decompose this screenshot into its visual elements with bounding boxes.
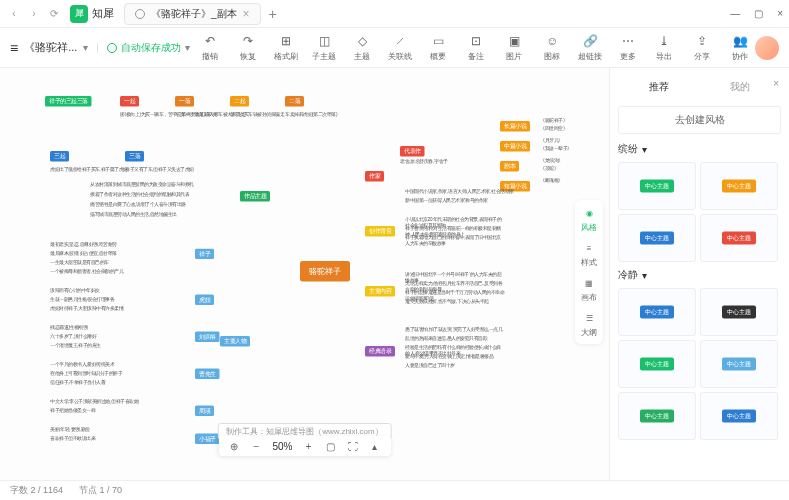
tool-概要[interactable]: ▭概要 <box>423 33 453 62</box>
mindmap-text[interactable]: 一个平凡的教书人,爱好传统美术 <box>50 361 114 368</box>
style-thumb[interactable]: 中心主题 <box>700 392 778 440</box>
mindmap-text[interactable]: 《骆驼祥子》 <box>540 117 567 124</box>
close-icon[interactable]: × <box>773 78 779 89</box>
tool-子主题[interactable]: ◫子主题 <box>309 33 339 62</box>
tool-分享[interactable]: ⇪分享 <box>687 33 717 62</box>
maximize-icon[interactable]: ▢ <box>754 8 763 19</box>
mindmap-text[interactable]: 一个混世魔王,祥子的雇主 <box>50 342 101 349</box>
mindmap-node[interactable]: 剧本 <box>500 161 519 172</box>
style-thumb[interactable]: 中心主题 <box>618 162 696 210</box>
reload-icon[interactable]: ⟳ <box>46 6 62 22</box>
close-window-icon[interactable]: × <box>777 8 783 19</box>
tool-超链接[interactable]: 🔗超链接 <box>575 33 605 62</box>
mindmap-node[interactable]: 长篇小说 <box>500 121 530 132</box>
mindmap-text[interactable]: 喜欢祥子但不敢说出来 <box>50 435 95 442</box>
collapse-icon[interactable]: ▢ <box>325 440 337 452</box>
mindmap-text[interactable]: 乱世的热闹来自迷信,愚人的安慰只有自欺 <box>405 335 505 341</box>
mindmap-text[interactable]: 美丽,年轻,要强,勤俭 <box>50 426 90 433</box>
mindmap-node[interactable]: 作家 <box>365 171 384 182</box>
top-header[interactable]: 祥子的三起三落 <box>45 96 92 107</box>
mindmap-node[interactable]: 一落 <box>175 96 194 107</box>
mindmap-text[interactable]: 六十多岁了,没什么嗜好 <box>50 333 96 340</box>
mindmap-text[interactable]: 新中国第一位获得'人民艺术家'称号的作家 <box>405 198 488 205</box>
tool-更多[interactable]: ⋯更多 <box>613 33 643 62</box>
locate-icon[interactable]: ⊕ <box>228 440 240 452</box>
mindmap-node[interactable]: 三起 <box>50 151 69 162</box>
document-tab[interactable]: 《骆驼祥子》_副本 × <box>124 3 261 25</box>
mindmap-node[interactable]: 三落 <box>125 151 144 162</box>
mindmap-text[interactable]: 《我这一辈子》 <box>540 145 572 152</box>
tool-协作[interactable]: 👥协作 <box>725 33 755 62</box>
tool-图片[interactable]: ▣图片 <box>499 33 529 62</box>
mindmap-text[interactable]: 人要是没自己过了四十岁 <box>405 362 505 368</box>
mindmap-node[interactable]: 创作背景 <box>365 226 395 237</box>
mindmap-node[interactable]: 中篇小说 <box>500 141 530 152</box>
mindmap-text[interactable]: 从农村流落到城市底层贫民的为改变命运奋斗和挣扎 <box>90 181 194 188</box>
mindmap-text[interactable]: 《四世同堂》 <box>540 125 567 132</box>
tool-撤销[interactable]: ↶撤销 <box>195 33 225 62</box>
mindmap-text[interactable]: 老舍,原名舒庆春,字舍予 <box>400 159 448 166</box>
chevron-up-icon[interactable]: ▴ <box>369 440 381 452</box>
mindmap-text[interactable]: 残忍霸道,性格刚强 <box>50 324 87 331</box>
tool-导出[interactable]: ⤓导出 <box>649 33 679 62</box>
tool-关联线[interactable]: ⟋关联线 <box>385 33 415 62</box>
style-thumb[interactable]: 中心主题 <box>700 340 778 388</box>
tab-mine[interactable]: 我的 <box>722 76 758 98</box>
chevron-down-icon[interactable]: ▾ <box>83 42 88 53</box>
mindmap-text[interactable]: 痛苦牺牲是白费了心血,说明了个人奋斗没有出路 <box>90 201 186 208</box>
mindmap-node[interactable]: 作品主题 <box>240 191 270 202</box>
mindmap-node[interactable]: 代表作 <box>400 146 425 157</box>
mindmap-text[interactable]: 接着了作者对这种生活的社会批判的笔触和其代表 <box>90 191 189 198</box>
mindmap-text[interactable]: 最后麻木,狡猾,好占便宜,自甘堕落 <box>50 250 117 257</box>
tool-主题[interactable]: ◇主题 <box>347 33 377 62</box>
mindmap-text[interactable]: 中文大学,李公子没献美丽过她,但祥子喜欢她 <box>50 398 138 405</box>
mindmap-node[interactable]: 一起 <box>120 96 139 107</box>
mindmap-text[interactable]: 《断魂枪》 <box>540 177 563 184</box>
style-thumb[interactable]: 中心主题 <box>618 340 696 388</box>
mindmap-text[interactable]: 《月牙儿》 <box>540 137 563 144</box>
mindmap-text[interactable]: 爱与不爱,穷人得在金钱上决定,情都是奢侈品 <box>405 353 505 359</box>
mindmap-text[interactable]: 祥子执着地为自己的目标奋斗,表现了旧中国北京人力车夫的辛酸故事 <box>405 234 505 247</box>
mindmap-node[interactable]: 小福子 <box>195 434 220 445</box>
mindmap-text[interactable]: 信任祥子,不拿祥子当仆人看 <box>50 379 105 386</box>
mindmap-text[interactable]: 在他身上可看到当时知识分子的影子 <box>50 370 122 377</box>
style-thumb[interactable]: 中心主题 <box>618 214 696 262</box>
mindmap-text[interactable]: 愚了就害怕,怕了就去哭,哭完了人好受那么一点几 <box>405 326 505 332</box>
mindmap-node[interactable]: 主要内容 <box>365 286 395 297</box>
mindmap-node[interactable]: 周瑛 <box>195 406 214 417</box>
mindmap-node[interactable]: 主要人物 <box>220 336 250 347</box>
style-thumb[interactable]: 中心主题 <box>618 392 696 440</box>
center-node[interactable]: 骆驼祥子 <box>300 261 350 282</box>
add-tab-button[interactable]: + <box>269 6 277 22</box>
mindmap-node[interactable]: 二落 <box>285 96 304 107</box>
fullscreen-icon[interactable]: ⛶ <box>347 440 359 452</box>
menu-icon[interactable]: ≡ <box>10 40 18 56</box>
tool-恢复[interactable]: ↷恢复 <box>233 33 263 62</box>
mindmap-text[interactable]: 祥子把她当做圣女一样 <box>50 407 95 414</box>
zoom-out-button[interactable]: − <box>250 440 262 452</box>
back-arrow[interactable]: ‹ <box>6 6 22 22</box>
mindmap-text[interactable]: 中国现代小说家,作家,语言大师,人民艺术家,社会活动家 <box>405 189 514 196</box>
mindmap-node[interactable]: 虎妞 <box>195 295 214 306</box>
tool-图标[interactable]: ☺图标 <box>537 33 567 62</box>
mindmap-text[interactable]: 泼辣而有心计的中年妇女 <box>50 287 100 294</box>
doc-title[interactable]: 《骆驼祥... <box>24 40 77 55</box>
mindmap-text[interactable]: 遭受失败或挫折,也不气馁,下决心从头干起 <box>405 298 505 304</box>
float-大纲[interactable]: ☰大纲 <box>581 311 597 338</box>
mindmap-text[interactable]: 《龙须沟》 <box>540 157 563 164</box>
mindmap-text[interactable]: 描写城市底层劳动人民的生活,自然地偏生出 <box>90 211 177 218</box>
mindmap-text[interactable]: 《茶馆》 <box>540 165 558 172</box>
mindmap-text[interactable]: 最初老实,坚忍,自尊好强,吃苦耐劳 <box>50 241 117 248</box>
zoom-in-button[interactable]: + <box>303 440 315 452</box>
mindmap-node[interactable]: 二起 <box>230 96 249 107</box>
style-thumb[interactable]: 中心主题 <box>700 162 778 210</box>
avatar[interactable] <box>755 36 779 60</box>
mindmap-node[interactable]: 祥子 <box>195 249 214 260</box>
mindmap-node[interactable]: 经典语录 <box>365 346 395 357</box>
mindmap-text[interactable]: 虎妞对待祥子,大胆泼辣中有许多柔情 <box>50 305 123 312</box>
style-thumb[interactable]: 中心主题 <box>700 214 778 262</box>
mindmap-text[interactable]: 祥子又有了车,但祥子又失去了虎妞 <box>125 166 225 172</box>
style-thumb[interactable]: 中心主题 <box>700 288 778 336</box>
mindmap-text[interactable]: 生就一副男儿性格,很会打理事务 <box>50 296 114 303</box>
close-icon[interactable]: × <box>243 7 250 21</box>
